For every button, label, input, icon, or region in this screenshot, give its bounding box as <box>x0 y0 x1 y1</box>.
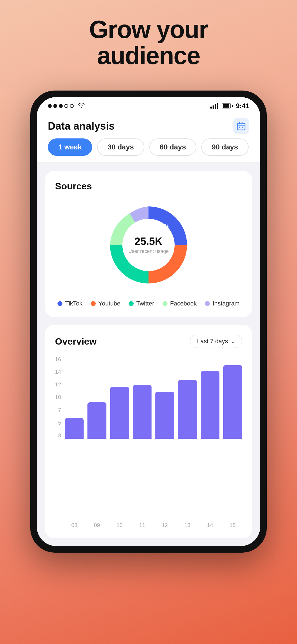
y-label-12: 12 <box>55 381 61 388</box>
legend-youtube: Youtube <box>91 300 120 307</box>
legend-dot-youtube <box>91 301 96 306</box>
phone-screen: 9:41 Data analysis 1 week 30 days 60 day… <box>37 97 260 546</box>
wifi-icon <box>78 102 85 110</box>
app-title: Data analysis <box>48 120 115 132</box>
bar1 <box>210 107 212 109</box>
bar-chart-wrapper: 16 14 12 10 7 5 3 <box>55 356 242 528</box>
signal-dots <box>48 104 74 108</box>
donut-chart: 25% 25.5K User recent usage <box>102 198 195 292</box>
bar-10 <box>110 387 129 439</box>
legend-label-instagram: Instagram <box>213 300 240 307</box>
donut-center-value: 25.5K <box>128 236 169 247</box>
legend-dot-facebook <box>163 301 167 306</box>
legend-label-facebook: Facebook <box>170 300 197 307</box>
bar-12 <box>155 392 174 439</box>
hero-line1: Grow your <box>89 17 208 43</box>
time-display: 9:41 <box>236 102 249 110</box>
bar-col-08 <box>65 356 84 439</box>
y-label-14: 14 <box>55 369 61 375</box>
dot-1 <box>48 104 52 108</box>
legend-facebook: Facebook <box>163 300 197 307</box>
bar-15 <box>223 365 242 439</box>
y-label-16: 16 <box>55 356 61 362</box>
bar3 <box>215 104 216 109</box>
app-header: Data analysis <box>37 113 260 138</box>
overview-title: Overview <box>55 336 97 347</box>
legend-dot-twitter <box>129 301 134 306</box>
bar-11 <box>133 385 152 439</box>
segment-label-tiktok: 25% <box>157 223 169 230</box>
legend-instagram: Instagram <box>205 300 240 307</box>
period-select[interactable]: Last 7 days ⌄ <box>190 335 242 348</box>
x-label-15: 15 <box>223 446 242 528</box>
dot-2 <box>53 104 57 108</box>
legend-tiktok: TikTok <box>57 300 82 307</box>
bar4 <box>217 103 218 109</box>
bar-chart-inner: 08 09 10 11 12 13 14 15 <box>65 356 242 528</box>
hero-line2: audience <box>89 43 208 69</box>
x-label-11: 11 <box>133 446 152 528</box>
x-label-08: 08 <box>65 446 84 528</box>
bar-13 <box>178 380 197 439</box>
bar-09 <box>87 402 106 439</box>
calendar-button[interactable] <box>233 118 249 134</box>
legend-label-tiktok: TikTok <box>65 300 82 307</box>
bar-08 <box>65 418 84 439</box>
period-select-label: Last 7 days <box>197 338 228 345</box>
bars-row <box>65 356 242 439</box>
y-label-3: 3 <box>55 432 61 439</box>
bar-col-15 <box>223 356 242 439</box>
x-labels-row: 08 09 10 11 12 13 14 15 <box>65 442 242 528</box>
signal-bars-icon <box>210 103 218 109</box>
status-right: 9:41 <box>210 102 249 110</box>
x-label-13: 13 <box>178 446 197 528</box>
y-label-7: 7 <box>55 407 61 413</box>
bar-col-09 <box>87 356 106 439</box>
bar-col-14 <box>201 356 219 439</box>
phone-mockup: 9:41 Data analysis 1 week 30 days 60 day… <box>30 91 267 553</box>
tab-60days[interactable]: 60 days <box>149 138 196 156</box>
bar-col-13 <box>178 356 197 439</box>
tab-30days[interactable]: 30 days <box>97 138 144 156</box>
x-label-12: 12 <box>155 446 174 528</box>
y-label-10: 10 <box>55 394 61 400</box>
bar-col-11 <box>133 356 152 439</box>
bar-col-12 <box>155 356 174 439</box>
sources-card-title: Sources <box>55 181 242 192</box>
legend-label-twitter: Twitter <box>136 300 154 307</box>
svg-rect-1 <box>239 127 240 128</box>
donut-center-label: User recent usage <box>128 249 169 254</box>
dot-4 <box>64 104 68 108</box>
x-label-10: 10 <box>110 446 129 528</box>
tab-1week[interactable]: 1 week <box>48 138 92 156</box>
bar-14 <box>201 371 219 439</box>
y-axis: 16 14 12 10 7 5 3 <box>55 356 65 439</box>
dot-5 <box>70 104 74 108</box>
dot-3 <box>59 104 63 108</box>
overview-card: Overview Last 7 days ⌄ 16 14 12 10 7 <box>45 325 252 538</box>
sources-card: Sources <box>45 171 252 317</box>
bar2 <box>213 105 214 109</box>
svg-rect-0 <box>237 123 245 130</box>
x-label-09: 09 <box>87 446 106 528</box>
cards-area: Sources <box>37 163 260 538</box>
hero-headline: Grow your audience <box>89 17 208 69</box>
tab-90days[interactable]: 90 days <box>201 138 248 156</box>
overview-header: Overview Last 7 days ⌄ <box>55 335 242 348</box>
battery-icon <box>222 103 233 108</box>
status-left <box>48 102 85 110</box>
x-label-14: 14 <box>201 446 219 528</box>
svg-rect-2 <box>242 127 243 128</box>
donut-center: 25.5K User recent usage <box>128 236 169 254</box>
legend-dot-instagram <box>205 301 210 306</box>
period-tabs: 1 week 30 days 60 days 90 days <box>37 138 260 163</box>
bar-col-10 <box>110 356 129 439</box>
status-bar: 9:41 <box>37 97 260 113</box>
legend-twitter: Twitter <box>129 300 154 307</box>
y-label-5: 5 <box>55 420 61 426</box>
chart-legend: TikTok Youtube Twitter Facebook <box>55 300 242 307</box>
chevron-down-icon: ⌄ <box>230 338 235 345</box>
legend-dot-tiktok <box>57 301 62 306</box>
legend-label-youtube: Youtube <box>98 300 120 307</box>
